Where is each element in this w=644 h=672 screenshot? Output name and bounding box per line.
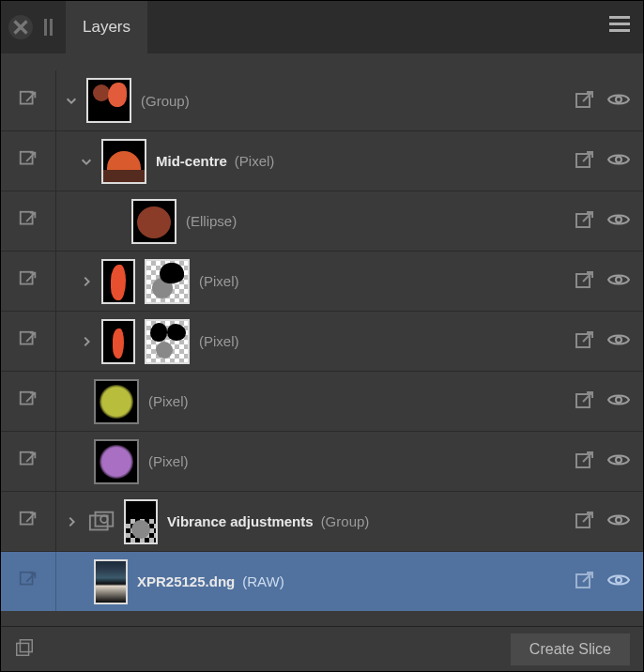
tab-layers[interactable]: Layers	[66, 1, 147, 53]
export-icon[interactable]	[574, 449, 596, 474]
visibility-icon[interactable]	[607, 151, 630, 171]
export-icon[interactable]	[18, 510, 38, 533]
export-icon[interactable]	[574, 268, 596, 294]
svg-point-29	[616, 577, 621, 583]
panel-footer: Create Slice	[1, 626, 643, 671]
layer-type: (Group)	[141, 93, 190, 109]
export-icon[interactable]	[18, 89, 38, 113]
layer-type: (Pixel)	[148, 393, 189, 409]
layer-name: XPR25125.dng	[137, 573, 235, 589]
chevron-right-icon[interactable]	[77, 332, 96, 351]
export-icon[interactable]	[18, 450, 38, 473]
panel-header: Layers	[1, 1, 643, 53]
export-icon[interactable]	[18, 329, 38, 353]
export-icon[interactable]	[18, 269, 38, 293]
svg-point-24	[100, 515, 108, 523]
export-icon[interactable]	[574, 509, 596, 534]
layer-thumbnail[interactable]	[101, 139, 146, 184]
visibility-icon[interactable]	[607, 271, 630, 291]
chevron-right-icon[interactable]	[77, 272, 96, 291]
layer-row[interactable]: (Pixel)	[1, 431, 643, 491]
svg-point-26	[616, 517, 621, 523]
svg-point-14	[616, 337, 621, 343]
layer-thumbnail[interactable]	[101, 259, 135, 304]
layer-type: (Pixel)	[148, 453, 189, 469]
layer-row[interactable]: XPR25125.dng (RAW)	[1, 551, 643, 611]
layer-row[interactable]: Mid-centre (Pixel)	[1, 130, 643, 191]
layer-row[interactable]: (Pixel)	[1, 371, 643, 431]
tab-label: Layers	[83, 18, 130, 37]
visibility-icon[interactable]	[607, 512, 630, 531]
visibility-icon[interactable]	[607, 572, 630, 591]
layer-row[interactable]: (Ellipse)	[1, 191, 643, 251]
layer-row[interactable]: Vibrance adjustments (Group)	[1, 491, 643, 551]
layer-thumbnail[interactable]	[94, 379, 139, 424]
layer-thumbnail[interactable]	[94, 439, 139, 484]
layer-mask-thumbnail[interactable]	[145, 319, 190, 364]
layer-thumbnail[interactable]	[124, 499, 158, 544]
export-icon[interactable]	[574, 389, 596, 414]
layer-thumbnail[interactable]	[94, 559, 128, 604]
layer-thumbnail[interactable]	[86, 78, 131, 123]
layer-row[interactable]: (Pixel)	[1, 311, 643, 371]
svg-point-20	[616, 457, 621, 463]
export-icon[interactable]	[18, 389, 38, 413]
svg-rect-23	[96, 512, 114, 526]
export-icon[interactable]	[574, 148, 596, 174]
layer-thumbnail[interactable]	[131, 199, 176, 244]
chevron-right-icon[interactable]	[62, 512, 81, 531]
layer-type: (Pixel)	[199, 273, 239, 289]
visibility-icon[interactable]	[607, 391, 630, 411]
export-icon[interactable]	[18, 209, 38, 233]
svg-point-11	[616, 277, 621, 283]
export-icon[interactable]	[574, 208, 596, 234]
export-icon[interactable]	[574, 328, 596, 354]
visibility-icon[interactable]	[607, 331, 630, 351]
copy-layers-icon[interactable]	[14, 637, 35, 661]
layer-name: Vibrance adjustments	[167, 513, 314, 529]
layers-panel: Layers (Group)	[0, 0, 644, 672]
layer-row[interactable]: (Group)	[1, 70, 643, 130]
svg-rect-31	[20, 640, 32, 652]
svg-point-5	[616, 157, 621, 162]
create-slice-button[interactable]: Create Slice	[511, 634, 630, 665]
visibility-icon[interactable]	[607, 91, 630, 111]
export-icon[interactable]	[574, 569, 596, 594]
svg-rect-30	[17, 643, 29, 655]
export-icon[interactable]	[574, 88, 596, 114]
layer-type: (Ellipse)	[186, 213, 237, 229]
layer-thumbnail[interactable]	[101, 319, 135, 364]
visibility-icon[interactable]	[607, 211, 630, 231]
layer-type: (Pixel)	[199, 333, 239, 349]
panel-menu-button[interactable]	[609, 16, 630, 32]
svg-point-8	[616, 217, 621, 222]
layer-type: (Group)	[321, 513, 370, 529]
layer-mask-thumbnail[interactable]	[145, 259, 190, 304]
svg-point-2	[616, 97, 621, 102]
export-icon[interactable]	[18, 149, 38, 173]
export-icon[interactable]	[18, 570, 38, 593]
layer-type: (RAW)	[242, 573, 284, 589]
adjustment-icon	[86, 509, 118, 535]
close-button[interactable]	[8, 15, 33, 39]
chevron-down-icon[interactable]	[77, 152, 96, 171]
visibility-icon[interactable]	[607, 451, 630, 471]
layer-type: (Pixel)	[235, 153, 275, 169]
layers-list: (Group) Mid-centre (Pixel)	[1, 53, 643, 626]
layer-row[interactable]: (Pixel)	[1, 251, 643, 311]
chevron-down-icon[interactable]	[62, 91, 81, 110]
layer-name: Mid-centre	[156, 153, 227, 169]
dock-icon[interactable]	[40, 19, 56, 36]
svg-point-17	[616, 397, 621, 403]
